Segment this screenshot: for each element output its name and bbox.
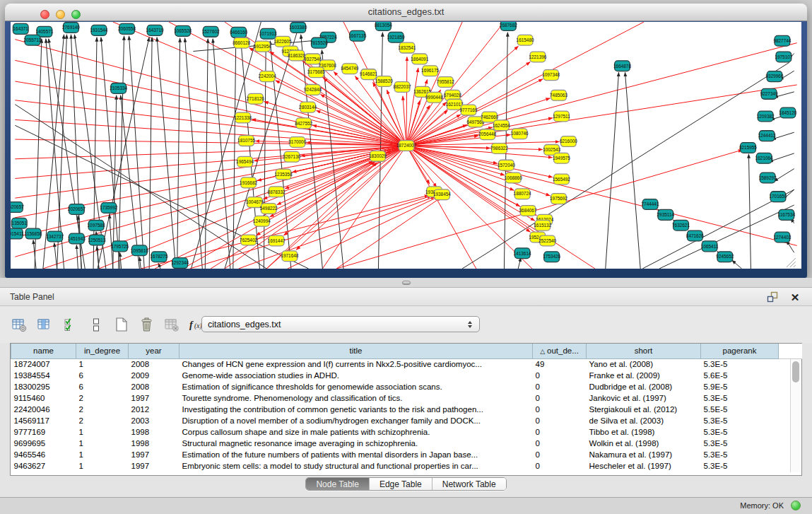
graph-node[interactable]: 1167534 (778, 209, 796, 220)
cell-title[interactable]: Changes of HCN gene expression and I(f) … (180, 358, 533, 370)
graph-node[interactable]: 1250513 (88, 235, 106, 245)
cell-year[interactable]: 2008 (129, 381, 180, 392)
cell-pagerank[interactable]: 5.3E-5 (701, 449, 779, 460)
cell-name[interactable]: 9699695 (11, 438, 76, 449)
graph-edge[interactable] (606, 72, 619, 269)
cell-out_degree[interactable]: 0 (533, 449, 587, 460)
graph-edge[interactable] (625, 72, 640, 269)
table-row[interactable]: 946362711997Embryonic stem cells: a mode… (11, 460, 802, 472)
graph-node[interactable]: 9245652 (716, 252, 734, 262)
graph-node[interactable]: 1097588 (88, 220, 105, 230)
column-header-out_degree[interactable]: △out_de... (533, 344, 587, 358)
graph-node[interactable]: 7955812 (437, 77, 454, 88)
cell-out_degree[interactable]: 0 (533, 426, 587, 438)
graph-node[interactable]: 1691447 (268, 235, 286, 246)
graph-node[interactable]: 1071913 (259, 28, 277, 39)
graph-node[interactable]: 1753426 (543, 252, 560, 262)
cell-name[interactable]: 9115460 (11, 392, 76, 404)
cell-year[interactable]: 1998 (129, 426, 180, 438)
graph-node[interactable]: 1588520 (375, 76, 393, 87)
cell-name[interactable]: 18300295 (11, 381, 76, 392)
cell-out_degree[interactable]: 0 (533, 370, 587, 381)
table-vertical-scrollbar[interactable] (790, 359, 801, 472)
graph-node[interactable]: 1701650 (769, 192, 787, 202)
cell-out_degree[interactable]: 0 (533, 392, 587, 404)
graph-node[interactable]: 8878332 (268, 187, 286, 197)
cell-pagerank[interactable]: 5.5E-5 (701, 404, 779, 415)
cell-pagerank[interactable]: 5.3E-5 (701, 392, 779, 404)
graph-node[interactable]: 1735992 (100, 203, 117, 214)
table-row[interactable]: 1938455462009Genome-wide association stu… (11, 370, 802, 381)
graph-node[interactable]: 1451943 (68, 233, 86, 244)
graph-node[interactable]: 1615480 (517, 35, 534, 45)
cell-out_degree[interactable]: 0 (533, 438, 587, 449)
cell-short[interactable]: Franke et al. (2009) (587, 370, 701, 381)
graph-node[interactable]: 1678275 (151, 252, 168, 262)
column-header-pagerank[interactable]: pagerank (701, 344, 779, 358)
new-table-icon[interactable] (112, 315, 131, 334)
cell-title[interactable]: Corpus callosum shape and size in male p… (180, 426, 533, 438)
cell-name[interactable]: 19384554 (11, 370, 76, 381)
network-canvas-area[interactable]: 1643711405571205571327691401931544206055… (11, 22, 801, 269)
graph-node[interactable]: 1810755 (237, 136, 255, 146)
graph-node[interactable]: 9777169 (460, 105, 478, 115)
graph-node[interactable]: 2620657 (11, 202, 24, 213)
cell-title[interactable]: Disruption of a novel member of a sodium… (180, 415, 533, 426)
graph-node[interactable]: 2055713 (24, 35, 42, 45)
cell-short[interactable]: Tibbo et al. (1998) (587, 426, 701, 438)
graph-node[interactable]: 2242004 (259, 71, 276, 82)
cell-in_degree[interactable]: 1 (76, 426, 129, 438)
table-row[interactable]: 1872400712008Changes of HCN gene express… (11, 358, 802, 370)
graph-node[interactable]: 1274403 (773, 232, 791, 243)
graph-node[interactable]: 1795725 (111, 241, 129, 252)
graph-node[interactable]: 8186328 (288, 50, 305, 61)
table-row[interactable]: 977716911998Corpus callosum shape and si… (11, 426, 802, 438)
panel-splitter[interactable] (0, 278, 812, 287)
graph-node[interactable]: 1615132 (534, 220, 551, 230)
graph-node[interactable]: 7986322 (490, 144, 508, 154)
cell-in_degree[interactable]: 2 (76, 392, 129, 404)
column-header-name[interactable]: name (11, 344, 76, 358)
cell-pagerank[interactable]: 5.3E-5 (701, 438, 779, 449)
cell-name[interactable]: 9465546 (11, 449, 76, 460)
cell-name[interactable]: 22420046 (11, 404, 76, 415)
graph-node[interactable]: 8454749 (341, 64, 358, 74)
graph-edge[interactable] (110, 214, 113, 269)
graph-edge[interactable] (406, 146, 797, 245)
graph-node[interactable]: 8471626 (686, 230, 704, 241)
graph-node[interactable]: 7815526 (310, 37, 328, 48)
cell-title[interactable]: Estimation of the future numbers of pati… (180, 449, 533, 460)
cell-in_degree[interactable]: 6 (76, 381, 129, 392)
cell-name[interactable]: 9463627 (11, 460, 76, 472)
cell-year[interactable]: 2012 (129, 404, 180, 415)
graph-node[interactable]: 2803144 (299, 102, 317, 112)
graph-edge[interactable] (322, 50, 343, 269)
network-window-titlebar[interactable]: citations_edges.txt (5, 4, 807, 21)
graph-node[interactable]: 1095810 (131, 245, 148, 256)
table-row[interactable]: 946554611997Estimation of the future num… (11, 449, 802, 460)
graph-node[interactable]: 1621064 (755, 153, 773, 163)
graph-edge[interactable] (266, 146, 406, 269)
graph-node[interactable]: 3684067 (519, 206, 537, 216)
graph-node[interactable]: 1080746 (511, 129, 529, 139)
graph-node[interactable]: 2718126 (247, 93, 264, 104)
graph-node[interactable]: 8813054 (375, 22, 392, 30)
cell-short[interactable]: Wolkin et al. (1998) (587, 438, 701, 449)
graph-edge[interactable] (336, 150, 742, 269)
cell-in_degree[interactable]: 2 (76, 404, 129, 415)
cell-out_degree[interactable]: 49 (533, 358, 587, 370)
table-row[interactable]: 911546021997Tourette syndrome. Phenomeno… (11, 392, 802, 404)
graph-node[interactable]: 2687682 (500, 22, 517, 30)
graph-node[interactable]: 6466160 (230, 27, 247, 37)
cell-in_degree[interactable]: 1 (76, 460, 129, 472)
graph-node[interactable]: 1949575 (553, 153, 570, 163)
graph-node[interactable]: 1156858 (25, 228, 42, 239)
cell-year[interactable]: 1997 (129, 449, 180, 460)
graph-node[interactable]: 1643719 (146, 25, 164, 35)
graph-node[interactable]: 1221338 (234, 112, 252, 123)
cell-in_degree[interactable]: 1 (76, 449, 129, 460)
graph-node[interactable]: 9827744 (773, 35, 791, 46)
cell-out_degree[interactable]: 0 (533, 460, 587, 472)
column-header-title[interactable]: title (180, 344, 533, 358)
splitter-grip-icon[interactable] (402, 281, 411, 285)
